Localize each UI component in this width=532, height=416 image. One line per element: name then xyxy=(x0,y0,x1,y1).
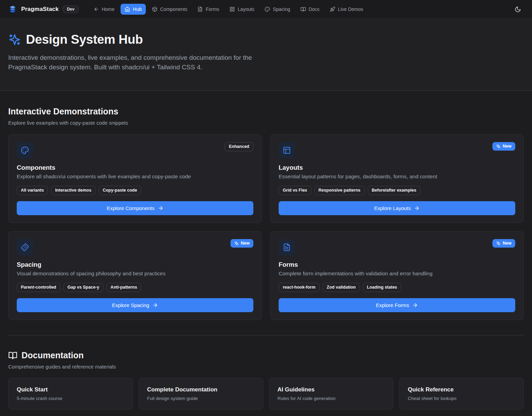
nav-item-docs[interactable]: Docs xyxy=(296,4,324,15)
book-open-icon xyxy=(8,351,17,360)
layout-grid-icon xyxy=(229,6,235,12)
arrow-right-icon xyxy=(414,205,420,211)
docs-subheading: Comprehensive guides and reference mater… xyxy=(8,364,524,370)
main-content: Interactive Demonstrations Explore live … xyxy=(0,91,532,410)
card-title: Forms xyxy=(279,261,515,268)
doc-card-description: Full design system guide xyxy=(147,396,255,401)
card-description: Explore all shadcn/ui components with li… xyxy=(17,174,253,180)
card-description: Essential layout patterns for pages, das… xyxy=(279,174,515,180)
explore-layouts-button[interactable]: Explore Layouts xyxy=(279,201,515,215)
file-text-icon xyxy=(283,243,291,251)
demo-cards-grid: Enhanced Components Explore all shadcn/u… xyxy=(8,134,524,320)
doc-card-title: Quick Reference xyxy=(408,386,515,393)
tag-badge: Grid vs Flex xyxy=(279,186,311,195)
explore-forms-button[interactable]: Explore Forms xyxy=(279,298,515,312)
tag-badge: react-hook-form xyxy=(279,283,320,292)
palette-icon xyxy=(21,146,29,154)
package-icon xyxy=(152,6,157,12)
doc-cards-grid: Quick Start 5-minute crash course Comple… xyxy=(8,378,524,410)
demo-card-layouts: New Layouts Essential layout patterns fo… xyxy=(270,134,524,223)
doc-card-description: Cheat sheet for lookups xyxy=(408,396,515,401)
book-open-icon xyxy=(300,6,306,12)
demo-card-spacing: New Spacing Visual demonstrations of spa… xyxy=(8,231,262,320)
card-description: Visual demonstrations of spacing philoso… xyxy=(17,271,253,277)
tag-list: react-hook-formZod validationLoading sta… xyxy=(279,283,515,292)
sparkles-icon xyxy=(234,241,239,246)
tag-badge: Before/after examples xyxy=(368,186,421,195)
rocket-icon xyxy=(330,6,335,12)
nav-item-live-demos[interactable]: Live Demos xyxy=(326,4,367,15)
doc-card-title: Quick Start xyxy=(17,386,124,393)
env-badge: Dev xyxy=(63,5,79,13)
tag-list: All variantsInteractive demosCopy-paste … xyxy=(17,186,253,195)
status-badge: New xyxy=(230,239,253,248)
doc-card-quick-start[interactable]: Quick Start 5-minute crash course xyxy=(8,378,133,410)
card-title: Spacing xyxy=(17,261,253,268)
demos-heading: Interactive Demonstrations xyxy=(8,107,524,116)
doc-card-description: Rules for AI code generation xyxy=(278,396,385,401)
nav-item-hub[interactable]: Hub xyxy=(121,4,146,15)
brand-name: PragmaStack xyxy=(21,6,59,13)
panels-top-left-icon xyxy=(283,146,291,154)
tag-list: Parent-controlledGap vs Space-yAnti-patt… xyxy=(17,283,253,292)
card-description: Complete form implementations with valid… xyxy=(279,271,515,277)
tag-list: Grid vs FlexResponsive patternsBefore/af… xyxy=(279,186,515,195)
docs-heading: Documentation xyxy=(22,350,84,360)
demos-subheading: Explore live examples with copy-paste co… xyxy=(8,120,524,126)
file-text-icon xyxy=(197,6,203,12)
sparkles-icon xyxy=(496,144,501,149)
tag-badge: Copy-paste code xyxy=(99,186,141,195)
nav-item-components[interactable]: Components xyxy=(148,4,191,15)
layers-icon xyxy=(8,5,17,14)
arrow-right-icon xyxy=(152,302,158,308)
tag-badge: Gap vs Space-y xyxy=(64,283,103,292)
tag-badge: Zod validation xyxy=(323,283,360,292)
doc-card-complete-documentation[interactable]: Complete Documentation Full design syste… xyxy=(139,378,263,410)
top-navbar: PragmaStack Dev Home Hub Components Form… xyxy=(0,0,532,19)
nav-item-spacing[interactable]: Spacing xyxy=(261,4,294,15)
tag-badge: Loading states xyxy=(363,283,401,292)
theme-toggle-button[interactable] xyxy=(512,3,524,15)
doc-card-quick-reference[interactable]: Quick Reference Cheat sheet for lookups xyxy=(399,378,524,410)
page-title: Design System Hub xyxy=(26,32,143,47)
hero-section: Design System Hub Interactive demonstrat… xyxy=(0,19,532,91)
sparkles-icon xyxy=(8,33,21,46)
card-title: Components xyxy=(17,164,253,171)
nav-item-home[interactable]: Home xyxy=(89,4,118,15)
moon-icon xyxy=(515,6,521,13)
card-title: Layouts xyxy=(279,164,515,171)
tag-badge: Responsive patterns xyxy=(314,186,365,195)
card-icon-box xyxy=(17,239,33,255)
arrow-right-icon xyxy=(412,302,418,308)
tag-badge: Parent-controlled xyxy=(17,283,60,292)
arrow-left-icon xyxy=(94,6,99,12)
doc-card-title: Complete Documentation xyxy=(147,386,255,393)
status-badge: Enhanced xyxy=(225,142,253,151)
card-icon-box xyxy=(279,142,295,158)
demo-card-forms: New Forms Complete form implementations … xyxy=(270,231,524,320)
main-nav: Home Hub Components Forms Layouts Spacin… xyxy=(89,4,512,15)
card-icon-box xyxy=(279,239,295,255)
tag-badge: All variants xyxy=(17,186,48,195)
demo-card-components: Enhanced Components Explore all shadcn/u… xyxy=(8,134,262,223)
doc-card-description: 5-minute crash course xyxy=(17,396,124,401)
brand[interactable]: PragmaStack Dev xyxy=(8,5,79,14)
status-badge: New xyxy=(492,239,515,248)
tag-badge: Anti-patterns xyxy=(107,283,141,292)
status-badge: New xyxy=(492,142,515,151)
palette-icon xyxy=(265,6,270,12)
docs-section: Documentation Comprehensive guides and r… xyxy=(8,335,524,410)
demos-section: Interactive Demonstrations Explore live … xyxy=(8,91,524,320)
doc-card-title: AI Guidelines xyxy=(278,386,385,393)
explore-spacing-button[interactable]: Explore Spacing xyxy=(17,298,253,312)
doc-card-ai-guidelines[interactable]: AI Guidelines Rules for AI code generati… xyxy=(269,378,394,410)
home-icon xyxy=(125,6,130,12)
ruler-icon xyxy=(21,243,29,251)
nav-item-forms[interactable]: Forms xyxy=(193,4,223,15)
page-description: Interactive demonstrations, live example… xyxy=(8,53,264,72)
explore-components-button[interactable]: Explore Components xyxy=(17,201,253,215)
arrow-right-icon xyxy=(158,205,164,211)
nav-item-layouts[interactable]: Layouts xyxy=(225,4,258,15)
card-icon-box xyxy=(17,142,33,158)
sparkles-icon xyxy=(496,241,501,246)
